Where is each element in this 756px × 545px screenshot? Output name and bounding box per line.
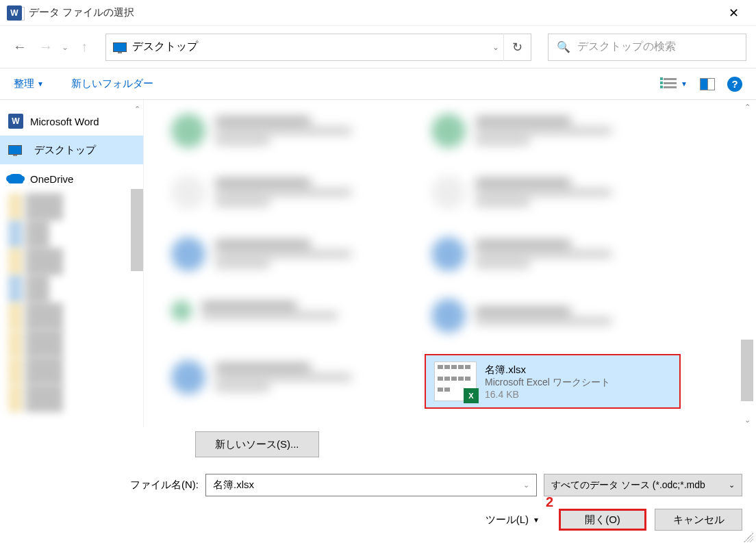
toolbar: 整理 ▼ 新しいフォルダー ▼ ?	[0, 68, 756, 100]
onedrive-icon	[8, 174, 23, 183]
file-blurred-item[interactable]	[171, 299, 338, 322]
file-blurred-item[interactable]	[171, 175, 352, 210]
filename-label: ファイル名(N):	[130, 479, 199, 492]
annotation-2: 2	[546, 494, 553, 510]
navigation-bar: ← → ⌄ ↑ デスクトップ ⌄ ↻ 🔍 デスクトップの検索	[0, 26, 756, 68]
file-type: Microsoft Excel ワークシート	[485, 377, 671, 389]
filename-dropdown-icon[interactable]: ⌄	[523, 481, 529, 490]
sidebar-blurred-item[interactable]	[8, 248, 135, 275]
location-text: デスクトップ	[132, 40, 488, 54]
file-blurred-item[interactable]	[431, 175, 612, 210]
content-scrollbar-thumb[interactable]	[741, 340, 753, 401]
resize-grip[interactable]	[744, 533, 753, 542]
excel-icon: X	[464, 388, 479, 403]
file-blurred-item[interactable]	[171, 360, 352, 394]
sidebar-label-word: Microsoft Word	[30, 116, 99, 127]
desktop-icon	[8, 145, 22, 155]
filetype-value: すべてのデータ ソース (*.odc;*.mdb	[551, 479, 705, 492]
bottom-panel: 新しいソース(S)... ファイル名(N): 名簿.xlsx ⌄ すべてのデータ…	[0, 427, 756, 539]
address-bar[interactable]: デスクトップ ⌄ ↻	[105, 34, 531, 61]
word-icon: W	[8, 114, 23, 129]
sidebar: ⌃ W Microsoft Word デスクトップ OneDrive	[0, 100, 144, 427]
sidebar-blurred-item[interactable]	[8, 303, 135, 330]
sidebar-item-word[interactable]: W Microsoft Word	[0, 107, 143, 136]
organize-label: 整理	[14, 77, 34, 90]
new-folder-button[interactable]: 新しいフォルダー	[71, 77, 153, 90]
history-dropdown[interactable]: ⌄	[62, 42, 68, 52]
sidebar-blurred-item[interactable]	[8, 220, 135, 248]
sidebar-blurred-item[interactable]	[8, 385, 135, 412]
caret-down-icon: ▼	[37, 80, 44, 88]
main-area: ⌃ W Microsoft Word デスクトップ OneDrive ⌃ ⌄	[0, 100, 756, 427]
open-label: 開く(O)	[585, 514, 620, 525]
sidebar-label-onedrive: OneDrive	[30, 173, 73, 185]
back-button[interactable]: ←	[10, 37, 30, 58]
close-icon: ✕	[729, 5, 739, 21]
refresh-icon: ↻	[512, 40, 522, 55]
sidebar-label-desktop: デスクトップ	[34, 144, 96, 157]
sidebar-blurred-item[interactable]	[8, 193, 135, 220]
up-button[interactable]: ↑	[74, 37, 94, 58]
word-app-icon: W	[7, 5, 22, 21]
file-thumbnail: X	[434, 362, 477, 401]
sidebar-blurred-item[interactable]	[8, 330, 135, 357]
filename-input[interactable]: 名簿.xlsx ⌄	[205, 474, 537, 496]
refresh-button[interactable]: ↻	[503, 34, 531, 61]
preview-pane-button[interactable]	[700, 78, 715, 90]
view-mode-button[interactable]	[660, 77, 677, 91]
dialog-title: データ ファイルの選択	[29, 6, 134, 19]
address-dropdown-icon[interactable]: ⌄	[488, 42, 503, 52]
sidebar-item-desktop[interactable]: デスクトップ	[0, 136, 143, 164]
view-dropdown-icon[interactable]: ▼	[681, 80, 688, 88]
file-item-selected[interactable]: X 名簿.xlsx Microsoft Excel ワークシート 16.4 KB	[425, 354, 681, 409]
file-blurred-item[interactable]	[431, 237, 612, 271]
search-icon: 🔍	[557, 40, 570, 53]
help-button[interactable]: ?	[727, 77, 742, 92]
file-blurred-item[interactable]	[431, 114, 612, 148]
forward-button[interactable]: →	[36, 37, 56, 58]
file-list: ⌃ ⌄ 1 X 名簿.xlsx Microsoft Excel ワークシート 1…	[144, 100, 756, 427]
file-blurred-item[interactable]	[171, 237, 352, 271]
search-input[interactable]: 🔍 デスクトップの検索	[548, 34, 746, 61]
open-button[interactable]: 2 開く(O)	[559, 509, 646, 531]
content-scroll-down[interactable]: ⌄	[741, 416, 753, 424]
cancel-button[interactable]: キャンセル	[655, 509, 742, 531]
new-source-button[interactable]: 新しいソース(S)...	[195, 431, 319, 457]
content-scroll-up[interactable]: ⌃	[741, 103, 753, 112]
tools-label: ツール(L)	[486, 514, 529, 527]
desktop-icon	[113, 42, 127, 52]
new-folder-label: 新しいフォルダー	[71, 77, 153, 90]
file-blurred-item[interactable]	[171, 114, 352, 148]
search-placeholder: デスクトップの検索	[577, 40, 676, 54]
select-dropdown-icon: ⌄	[729, 481, 735, 490]
file-info: 名簿.xlsx Microsoft Excel ワークシート 16.4 KB	[485, 364, 671, 400]
file-name: 名簿.xlsx	[485, 364, 671, 377]
filename-value: 名簿.xlsx	[213, 479, 254, 492]
sidebar-blurred-item[interactable]	[8, 275, 135, 303]
filetype-select[interactable]: すべてのデータ ソース (*.odc;*.mdb ⌄	[544, 474, 742, 496]
sidebar-blurred-item[interactable]	[8, 357, 135, 385]
file-size: 16.4 KB	[485, 389, 671, 400]
file-blurred-item[interactable]	[431, 299, 612, 333]
title-bar: W データ ファイルの選択 ✕	[0, 0, 756, 26]
sidebar-scroll-up[interactable]: ⌃	[131, 103, 143, 115]
organize-menu[interactable]: 整理 ▼	[14, 77, 44, 90]
close-button[interactable]: ✕	[718, 3, 749, 23]
caret-down-icon: ▼	[533, 516, 540, 524]
tools-menu[interactable]: ツール(L) ▼	[486, 514, 540, 527]
sidebar-item-onedrive[interactable]: OneDrive	[0, 164, 143, 193]
